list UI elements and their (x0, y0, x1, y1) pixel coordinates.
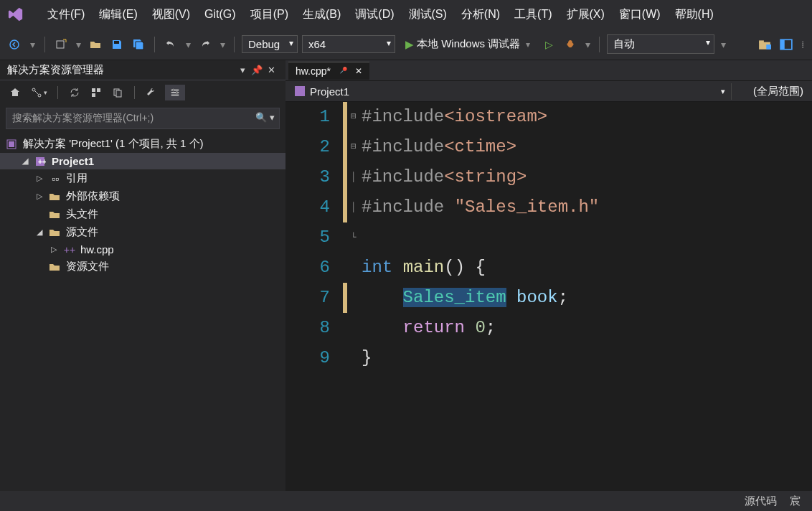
explorer-icon[interactable] (756, 36, 773, 53)
solution-icon (6, 139, 19, 150)
expand-icon[interactable]: ▷ (34, 174, 44, 183)
menu-extensions[interactable]: 扩展(X) (560, 4, 612, 25)
svg-rect-14 (116, 90, 121, 97)
expand-icon[interactable]: ▷ (49, 245, 59, 254)
svg-rect-7 (780, 39, 785, 50)
auto-select[interactable]: 自动 (607, 34, 714, 54)
resources-node[interactable]: 资源文件 (0, 258, 285, 276)
overflow-icon[interactable]: ⁞ (799, 36, 806, 53)
file-label: hw.cpp (80, 243, 114, 255)
code-editor[interactable]: 123 456 789 ⊟ ⊟ ││└ #include<iostream> #… (285, 102, 812, 491)
pin-icon[interactable]: 📍 (336, 64, 350, 78)
context-project[interactable]: Project1 (285, 83, 732, 100)
folder-icon (49, 261, 62, 273)
pin-icon[interactable]: 📌 (250, 65, 264, 75)
file-node[interactable]: ▷ ++ hw.cpp (0, 241, 285, 258)
references-node[interactable]: ▷ ▫▫ 引用 (0, 169, 285, 187)
expand-icon[interactable]: ▷ (34, 192, 44, 201)
menu-project[interactable]: 项目(P) (243, 4, 296, 25)
menu-git[interactable]: Git(G) (197, 5, 243, 24)
headers-node[interactable]: 头文件 (0, 205, 285, 223)
redo-button[interactable] (197, 36, 214, 53)
menu-analyze[interactable]: 分析(N) (454, 4, 507, 25)
dropdown-icon[interactable]: ▾ (719, 36, 727, 53)
svg-rect-10 (92, 88, 95, 92)
external-node[interactable]: ▷ 外部依赖项 (0, 187, 285, 205)
svg-rect-5 (766, 44, 771, 50)
settings-icon[interactable] (165, 85, 185, 100)
menu-help[interactable]: 帮助(H) (668, 4, 721, 25)
references-label: 引用 (66, 172, 88, 185)
external-label: 外部依赖项 (66, 189, 120, 203)
svg-point-9 (38, 94, 41, 97)
open-button[interactable] (87, 36, 104, 53)
platform-select[interactable]: x64 (302, 35, 395, 53)
sources-node[interactable]: ◢ 源文件 (0, 223, 285, 241)
sync-icon[interactable] (67, 85, 82, 100)
line-gutter: 123 456 789 (285, 102, 343, 491)
close-icon[interactable]: ✕ (355, 66, 362, 76)
solution-explorer: 解决方案资源管理器 ▾ 📌 ✕ ▾ 搜索解决方案资源管理器(Ctrl+;) 🔍 … (0, 60, 285, 491)
tab-label: hw.cpp* (296, 65, 331, 77)
view-icon[interactable] (778, 36, 795, 53)
collapse-icon[interactable]: ◢ (34, 228, 44, 237)
svg-rect-2 (114, 41, 119, 44)
solution-tree[interactable]: 解决方案 'Project1' (1 个项目, 共 1 个) ◢ ++ Proj… (0, 132, 285, 491)
copy-icon[interactable] (110, 85, 126, 100)
save-all-button[interactable] (130, 36, 147, 53)
back-button[interactable] (6, 36, 23, 53)
svg-rect-21 (9, 141, 14, 147)
play-no-debug-button[interactable]: ▷ (540, 36, 557, 53)
menu-window[interactable]: 窗口(W) (612, 4, 668, 25)
search-icon: 🔍 ▾ (255, 112, 275, 123)
menu-view[interactable]: 视图(V) (145, 4, 197, 25)
menu-file[interactable]: 文件(F) (40, 4, 92, 25)
folder-icon (49, 191, 62, 202)
new-button[interactable] (52, 36, 70, 53)
context-project-label: Project1 (310, 85, 349, 98)
svg-point-18 (172, 89, 174, 91)
tab-file[interactable]: hw.cpp* 📍 ✕ (288, 62, 369, 80)
config-select[interactable]: Debug (242, 35, 298, 53)
separator (154, 37, 155, 52)
code-content[interactable]: #include<iostream> #include<ctime> #incl… (360, 102, 812, 491)
context-bar: Project1 (全局范围) (285, 80, 812, 102)
hot-reload-button[interactable] (562, 36, 579, 53)
switch-views-icon[interactable]: ▾ (29, 85, 49, 100)
tab-bar: hw.cpp* 📍 ✕ (285, 60, 812, 80)
search-placeholder: 搜索解决方案资源管理器(Ctrl+;) (12, 112, 154, 123)
project-icon: ++ (34, 156, 47, 167)
status-source[interactable]: 源代码 (745, 494, 777, 508)
properties-icon[interactable] (143, 85, 159, 100)
dropdown-icon[interactable]: ▾ (583, 36, 592, 53)
cpp-file-icon: ++ (63, 244, 76, 255)
dropdown-icon[interactable]: ▾ (74, 36, 82, 53)
solution-node[interactable]: 解决方案 'Project1' (1 个项目, 共 1 个) (0, 135, 285, 153)
status-name[interactable]: 宸 (790, 494, 801, 508)
separator (57, 86, 58, 99)
menu-tools[interactable]: 工具(T) (507, 4, 559, 25)
close-icon[interactable]: ✕ (264, 65, 278, 75)
run-button[interactable]: ▶ 本地 Windows 调试器 ▾ (400, 35, 536, 53)
panel-dropdown-icon[interactable]: ▾ (235, 65, 250, 75)
undo-button[interactable] (162, 36, 179, 53)
menu-build[interactable]: 生成(B) (296, 4, 348, 25)
context-scope[interactable]: (全局范围) (732, 83, 812, 100)
dropdown-icon[interactable]: ▾ (184, 36, 192, 53)
svg-text:++: ++ (38, 158, 46, 166)
forward-button[interactable]: ▾ (27, 36, 37, 53)
home-icon[interactable] (7, 85, 23, 100)
show-all-icon[interactable] (88, 85, 104, 100)
menu-debug[interactable]: 调试(D) (348, 4, 401, 25)
separator (234, 37, 235, 52)
dropdown-icon[interactable]: ▾ (218, 36, 227, 53)
menu-edit[interactable]: 编辑(E) (92, 4, 144, 25)
solution-label: 解决方案 'Project1' (1 个项目, 共 1 个) (23, 137, 204, 151)
project-node[interactable]: ◢ ++ Project1 (0, 153, 285, 169)
save-button[interactable] (108, 36, 126, 53)
menu-test[interactable]: 测试(S) (402, 4, 454, 25)
collapse-icon[interactable]: ◢ (20, 156, 30, 166)
search-input[interactable]: 搜索解决方案资源管理器(Ctrl+;) 🔍 ▾ (6, 108, 280, 129)
fold-column[interactable]: ⊟ ⊟ ││└ (347, 102, 360, 491)
folder-icon (49, 227, 62, 238)
